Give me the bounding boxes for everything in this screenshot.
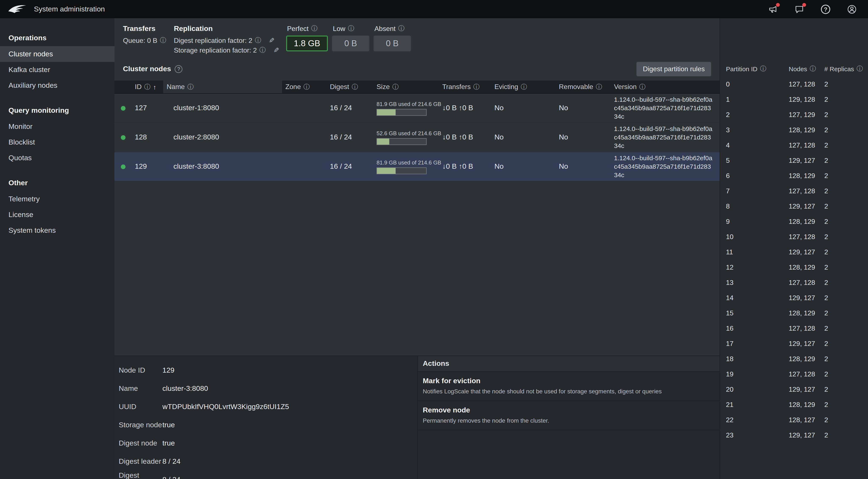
partition-replicas-cell: 2 <box>824 294 868 302</box>
stat-perfect: Perfectⓘ1.8 GB <box>286 25 328 51</box>
size-usage-label: 81.9 GB used of 214.6 GB <box>376 101 439 107</box>
cluster-table: IDⓘ↑NameⓘZoneⓘDigestⓘSizeⓘTransfersⓘEvic… <box>115 81 720 182</box>
node-id-cell: 128 <box>131 133 163 141</box>
partition-row-22[interactable]: 22128, 1272 <box>720 412 868 428</box>
partition-id-cell: 22 <box>726 416 789 424</box>
partition-replicas-cell: 2 <box>824 386 868 393</box>
sidebar-item-license[interactable]: License <box>0 207 115 223</box>
column-header-zone[interactable]: Zoneⓘ <box>282 81 327 93</box>
partition-row-0[interactable]: 0127, 1282 <box>720 77 868 92</box>
stat-label-text: Perfect <box>287 25 309 32</box>
sidebar-heading-other: Other <box>0 175 115 191</box>
node-status-cell <box>115 164 131 169</box>
partition-row-19[interactable]: 19127, 1282 <box>720 367 868 382</box>
partition-column-partition-id[interactable]: Partition IDⓘ <box>726 65 789 73</box>
node-transfers-cell: ↓0 B ↑0 B <box>439 104 491 112</box>
column-header-id[interactable]: IDⓘ↑ <box>131 81 163 93</box>
column-header-evicting[interactable]: Evictingⓘ <box>491 81 556 93</box>
partition-row-20[interactable]: 20129, 1272 <box>720 382 868 397</box>
help-icon[interactable]: ? <box>175 65 183 73</box>
column-label: Version <box>614 83 637 91</box>
sidebar-item-blocklist[interactable]: Blocklist <box>0 134 115 150</box>
partition-nodes-cell: 129, 127 <box>789 294 824 302</box>
table-row-node-127[interactable]: 127cluster-1:808016 / 2481.9 GB used of … <box>115 94 720 123</box>
detail-label: Digest node <box>119 439 162 447</box>
transfers-summary: Transfers Queue: 0 B ⓘ <box>123 25 174 46</box>
sidebar-nav: OperationsCluster nodesKafka clusterAuxi… <box>0 18 115 479</box>
action-remove-node[interactable]: Remove nodePermanently removes the node … <box>418 401 720 430</box>
app-title: System administration <box>34 5 105 13</box>
column-label: Nodes <box>789 65 807 72</box>
user-icon[interactable] <box>847 4 857 14</box>
sidebar-item-monitor[interactable]: Monitor <box>0 119 115 134</box>
sidebar-item-kafka-cluster[interactable]: Kafka cluster <box>0 62 115 77</box>
partition-id-cell: 20 <box>726 386 789 393</box>
partition-row-15[interactable]: 15128, 1292 <box>720 306 868 321</box>
detail-value: cluster-3:8080 <box>162 384 208 393</box>
column-header-version[interactable]: Versionⓘ <box>611 81 720 93</box>
partition-row-4[interactable]: 4127, 1282 <box>720 138 868 153</box>
partition-row-7[interactable]: 7127, 1282 <box>720 184 868 199</box>
help-glyph: ? <box>821 4 830 14</box>
partition-row-18[interactable]: 18128, 1292 <box>720 351 868 367</box>
partition-row-9[interactable]: 9128, 1292 <box>720 214 868 229</box>
action-mark-for-eviction[interactable]: Mark for evictionNotifies LogScale that … <box>418 372 720 401</box>
sidebar-item-cluster-nodes[interactable]: Cluster nodes <box>0 46 115 62</box>
table-row-node-129[interactable]: 129cluster-3:808016 / 2481.9 GB used of … <box>115 152 720 182</box>
node-digest-cell: 16 / 24 <box>327 162 373 171</box>
column-header-removable[interactable]: Removableⓘ <box>556 81 611 93</box>
partition-row-6[interactable]: 6128, 1292 <box>720 168 868 184</box>
sidebar-item-auxiliary-nodes[interactable]: Auxiliary nodes <box>0 77 115 93</box>
partition-nodes-cell: 127, 128 <box>789 233 824 241</box>
partition-nodes-cell: 127, 128 <box>789 187 824 195</box>
cluster-table-body: 127cluster-1:808016 / 2481.9 GB used of … <box>115 94 720 182</box>
sidebar-item-system-tokens[interactable]: System tokens <box>0 223 115 238</box>
status-online-dot <box>121 164 125 169</box>
partition-row-16[interactable]: 16127, 1282 <box>720 321 868 336</box>
partition-replicas-cell: 2 <box>824 371 868 378</box>
partition-id-cell: 21 <box>726 401 789 409</box>
partition-row-14[interactable]: 14129, 1272 <box>720 290 868 306</box>
partition-nodes-cell: 128, 129 <box>789 172 824 180</box>
stat-label-text: Low <box>333 25 345 32</box>
sidebar-item-telemetry[interactable]: Telemetry <box>0 191 115 207</box>
info-icon: ⓘ <box>639 83 646 91</box>
partition-row-3[interactable]: 3128, 1292 <box>720 123 868 138</box>
column-header-size[interactable]: Sizeⓘ <box>373 81 439 93</box>
partition-row-2[interactable]: 2127, 1292 <box>720 107 868 123</box>
edit-icon[interactable]: ✎ <box>269 36 275 44</box>
partition-id-cell: 9 <box>726 218 789 225</box>
digest-partition-rules-button[interactable]: Digest partition rules <box>637 62 711 76</box>
column-label: Size <box>376 83 390 91</box>
partition-row-13[interactable]: 13127, 1282 <box>720 275 868 290</box>
partition-row-1[interactable]: 1129, 1282 <box>720 92 868 107</box>
node-version-cell: 1.124.0--build-597--sha-b9b62ef0ac45a345… <box>611 95 720 121</box>
partition-row-8[interactable]: 8129, 1272 <box>720 199 868 214</box>
chat-icon[interactable] <box>794 4 804 14</box>
falcon-logo-icon[interactable] <box>8 3 27 15</box>
partition-row-17[interactable]: 17129, 1272 <box>720 336 868 351</box>
table-row-node-128[interactable]: 128cluster-2:808016 / 2452.6 GB used of … <box>115 123 720 152</box>
megaphone-icon[interactable] <box>768 4 778 14</box>
node-digest-cell: 16 / 24 <box>327 104 373 112</box>
partition-id-cell: 23 <box>726 432 789 439</box>
partition-column-nodes[interactable]: Nodesⓘ <box>789 65 824 73</box>
partition-column-replicas[interactable]: # Replicasⓘ <box>824 65 868 73</box>
partition-replicas-cell: 2 <box>824 81 868 88</box>
partition-row-12[interactable]: 12128, 1292 <box>720 260 868 275</box>
column-header-digest[interactable]: Digestⓘ <box>327 81 373 93</box>
partition-row-11[interactable]: 11129, 1272 <box>720 245 868 260</box>
column-header-transfers[interactable]: Transfersⓘ <box>439 81 491 93</box>
partition-row-21[interactable]: 21128, 1292 <box>720 397 868 412</box>
help-icon[interactable]: ? <box>820 4 831 14</box>
stats-bar: Transfers Queue: 0 B ⓘ Replication Diges… <box>115 18 720 56</box>
node-name-cell: cluster-1:8080 <box>163 104 282 112</box>
partition-row-5[interactable]: 5129, 1272 <box>720 153 868 168</box>
partition-row-23[interactable]: 23129, 1272 <box>720 428 868 443</box>
sidebar-item-quotas[interactable]: Quotas <box>0 150 115 166</box>
info-icon: ⓘ <box>392 83 399 91</box>
partition-id-cell: 18 <box>726 355 789 363</box>
partition-row-10[interactable]: 10127, 1282 <box>720 229 868 245</box>
edit-icon[interactable]: ✎ <box>273 46 279 54</box>
column-header-name[interactable]: Nameⓘ <box>163 81 282 93</box>
